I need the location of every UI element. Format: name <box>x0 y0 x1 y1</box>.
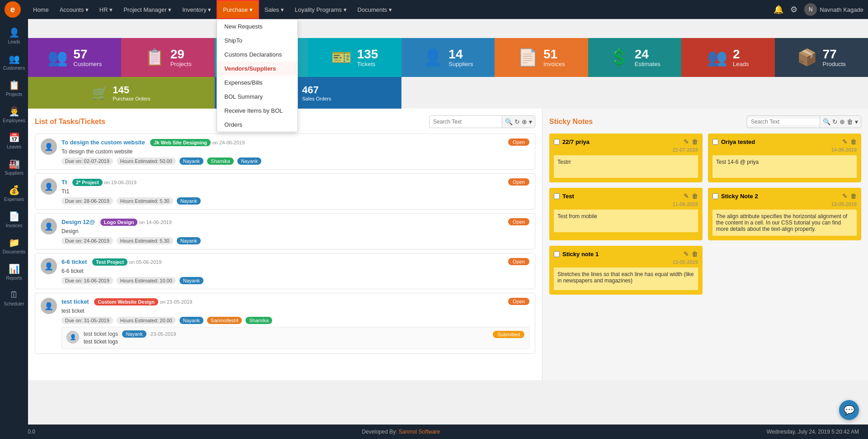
sticky-checkbox[interactable] <box>554 193 560 199</box>
sidebar-item-projects[interactable]: 📋 Projects <box>0 75 28 101</box>
sticky-more-icon[interactable]: ▾ <box>855 118 858 125</box>
sticky-trash-icon[interactable]: 🗑 <box>850 138 857 145</box>
user-info[interactable]: N Navnath Kagade <box>804 3 863 16</box>
dropdown-receive-bol[interactable]: Receive Items by BOL <box>217 104 297 118</box>
search-icon[interactable]: 🔍 <box>505 118 513 125</box>
more-icon[interactable]: ▾ <box>529 118 532 125</box>
tickets2-count: 135 <box>357 48 378 61</box>
sticky-date: 22-07-2019 <box>554 147 698 153</box>
sticky-checkbox[interactable] <box>712 193 718 199</box>
sticky-edit-icon[interactable]: ✎ <box>842 138 848 145</box>
sticky-edit-icon[interactable]: ✎ <box>842 192 848 200</box>
sticky-trash-icon[interactable]: 🗑 <box>692 138 698 145</box>
products-label: Products <box>823 61 846 67</box>
sticky-add-icon[interactable]: ⊕ <box>840 118 845 125</box>
invoices-count: 51 <box>543 48 565 61</box>
sticky-edit-icon[interactable]: ✎ <box>684 192 689 200</box>
task-title[interactable]: 6-6 ticket <box>61 258 87 265</box>
app-logo[interactable]: e <box>5 1 21 18</box>
nav-purchase[interactable]: Purchase ▾ <box>217 0 259 19</box>
sidebar-item-scheduler[interactable]: 🗓 Scheduler <box>0 285 28 311</box>
due-date-tag: Due on: 31-05-2019 <box>61 317 113 324</box>
nav-hr[interactable]: HR ▾ <box>94 0 118 19</box>
nav-sales[interactable]: Sales ▾ <box>259 0 289 19</box>
stat-products[interactable]: 📦 77 Products <box>775 38 868 77</box>
refresh-icon[interactable]: ↻ <box>514 118 520 125</box>
dropdown-ship-to[interactable]: ShipTo <box>217 33 297 48</box>
sticky-checkbox[interactable] <box>712 139 718 145</box>
sticky-checkbox[interactable] <box>554 251 560 257</box>
assignee-badge: Shamika <box>245 317 272 324</box>
log-date: 23-05-2019 <box>151 331 176 337</box>
task-avatar: 👤 <box>41 178 57 195</box>
sticky-edit-icon[interactable]: ✎ <box>684 250 689 258</box>
tasks-search-input[interactable] <box>429 119 502 125</box>
task-status-badge: Open <box>508 298 529 305</box>
sticky-trash-icon[interactable]: 🗑 <box>692 192 698 200</box>
stat-leads[interactable]: 👥 2 Leads <box>681 38 774 77</box>
sidebar-item-invoices[interactable]: 📄 Invoices <box>0 206 28 233</box>
sidebar-item-reports[interactable]: 📊 Reports <box>0 259 28 285</box>
sidebar-item-leads[interactable]: 👤 Leads <box>0 23 28 49</box>
nav-documents[interactable]: Documents ▾ <box>352 0 397 19</box>
log-user-badge: Nayank <box>122 330 146 338</box>
assignee-badge: Nayank <box>177 237 201 244</box>
sticky-edit-icon[interactable]: ✎ <box>684 138 689 145</box>
sidebar-item-employees[interactable]: 👨‍💼 Employees <box>0 101 28 128</box>
task-avatar: 👤 <box>41 218 57 234</box>
task-tag: Jk Web Site Designing <box>150 139 211 146</box>
task-title[interactable]: test ticket <box>61 298 89 305</box>
sticky-date: 14-06-2019 <box>712 147 857 153</box>
sidebar-item-suppliers[interactable]: 🏭 Suppliers <box>0 154 28 180</box>
stat-customers[interactable]: 👥 57 Customers <box>28 38 121 77</box>
dropdown-orders[interactable]: Orders <box>217 118 297 132</box>
stat-suppliers[interactable]: 👤 14 Suppliers <box>401 38 495 77</box>
task-title-area: To design the custom website Jk Web Site… <box>61 139 245 146</box>
dropdown-vendors-suppliers[interactable]: Vendors/Suppliers <box>217 62 297 76</box>
sticky-search-icons: 🔍 ↻ ⊕ 🗑 ▾ <box>820 116 861 128</box>
nav-home[interactable]: Home <box>28 0 54 19</box>
stat-projects[interactable]: 📋 29 Projects <box>121 38 214 77</box>
sidebar-item-expenses[interactable]: 💰 Expenses <box>0 180 28 206</box>
nav-inventory[interactable]: Inventory ▾ <box>177 0 217 19</box>
add-icon[interactable]: ⊕ <box>522 118 527 125</box>
task-item: 👤 6-6 ticket Test Project on 05-06-2019 … <box>35 253 535 289</box>
stat-purchase-orders[interactable]: 🛒 145 Purchase Orders <box>28 77 215 109</box>
tasks-panel: List of Tasks/Tickets 🔍 ↻ ⊕ ▾ 👤 <box>28 109 542 380</box>
leaves-icon: 📅 <box>9 132 20 143</box>
nav-loyalty[interactable]: Loyality Programs ▾ <box>289 0 352 19</box>
task-title[interactable]: Design 12@ <box>61 219 95 225</box>
sidebar-label-leaves: Leaves <box>7 144 21 149</box>
dropdown-expenses-bills[interactable]: Expenses/Bills <box>217 76 297 90</box>
task-title[interactable]: Tt <box>61 179 67 186</box>
employees-icon: 👨‍💼 <box>9 106 20 117</box>
user-name: Navnath Kagade <box>820 6 863 13</box>
task-title[interactable]: To design the custom website <box>61 139 145 146</box>
nav-project-manager[interactable]: Project Manager ▾ <box>118 0 177 19</box>
sticky-search-input[interactable] <box>747 119 820 125</box>
stat-invoices[interactable]: 📄 51 Invoices <box>495 38 588 77</box>
stat-estimates[interactable]: 💲 24 Estimates <box>588 38 681 77</box>
sidebar-item-customers[interactable]: 👥 Customers <box>0 49 28 75</box>
dropdown-bol-summary[interactable]: BOL Summary <box>217 90 297 104</box>
nav-accounts[interactable]: Accounts ▾ <box>54 0 94 19</box>
hours-tag: Hours Estimated: 50.00 <box>117 157 176 165</box>
sticky-trash-icon[interactable]: 🗑 <box>850 192 857 200</box>
sidebar-item-leaves[interactable]: 📅 Leaves <box>0 128 28 154</box>
expenses-icon: 💰 <box>9 185 20 196</box>
task-avatar: 👤 <box>41 138 57 155</box>
sticky-trash-icon[interactable]: 🗑 <box>692 250 698 258</box>
settings-icon[interactable]: ⚙ <box>790 5 797 14</box>
task-tag: Logo Design <box>100 219 138 226</box>
sticky-body: Stretches the lines so that each line ha… <box>554 267 698 290</box>
sticky-delete-icon[interactable]: 🗑 <box>847 118 853 125</box>
sticky-checkbox[interactable] <box>554 139 560 145</box>
dropdown-customs[interactable]: Customs Declarations <box>217 48 297 62</box>
sidebar-item-documents[interactable]: 📁 Documents <box>0 233 28 259</box>
sticky-search-icon[interactable]: 🔍 <box>823 118 830 125</box>
sticky-title: 22/7 priya <box>562 138 684 145</box>
sticky-refresh-icon[interactable]: ↻ <box>832 118 838 125</box>
dropdown-new-requests[interactable]: New Requests <box>217 19 297 33</box>
notifications-icon[interactable]: 🔔 <box>774 5 783 14</box>
stat-tickets2[interactable]: 🎫 135 Tickets <box>308 38 401 77</box>
